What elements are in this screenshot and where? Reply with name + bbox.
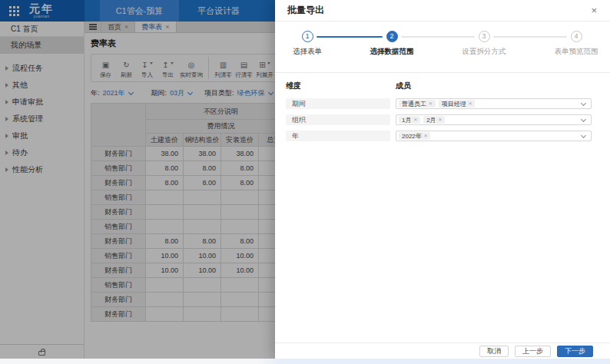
dimension-label: 期间: [286, 98, 390, 109]
member-tag-label: 普通员工: [402, 100, 426, 108]
remove-tag-icon[interactable]: [413, 117, 417, 123]
step-number: 1: [302, 31, 313, 42]
step-label: 选择数据范围: [353, 47, 430, 57]
chevron-down-icon: [581, 101, 586, 106]
member-tag-label: 2月: [426, 116, 436, 124]
step-label: 表单预览范围: [538, 47, 610, 57]
member-tag: 项目经理: [439, 100, 476, 108]
step-number: 2: [386, 31, 398, 42]
chevron-down-icon: [581, 117, 586, 122]
previous-step-button[interactable]: 上一步: [515, 346, 551, 357]
member-select[interactable]: 1月 2月: [396, 114, 592, 125]
screen: 元年 yuanian C1管会-预算 平台设计器 C1 首页 我的场景 流程任务…: [0, 0, 610, 364]
dimension-column-header: 维度: [286, 81, 390, 91]
drawer-footer: 取消 上一步 下一步: [275, 342, 610, 359]
next-step-button[interactable]: 下一步: [557, 346, 593, 357]
form-row-period: 期间 普通员工 项目经理: [286, 98, 610, 109]
close-icon[interactable]: [591, 5, 597, 15]
member-select[interactable]: 普通员工 项目经理: [396, 98, 592, 109]
form-column-headers: 维度 成员: [286, 81, 610, 91]
batch-export-drawer: 批量导出 1 选择表单 2 选择数据范围 3 设置拆分方式 4 表单预览范围: [275, 0, 610, 359]
dimension-label: 组织: [286, 114, 390, 125]
member-tag: 2022年: [399, 132, 430, 140]
remove-tag-icon[interactable]: [429, 101, 433, 107]
member-tag-label: 项目经理: [442, 100, 466, 108]
bottom-edge-strip: [0, 359, 610, 364]
member-select[interactable]: 2022年: [396, 131, 592, 141]
form-row-year: 年 2022年: [286, 131, 610, 141]
drawer-title: 批量导出: [287, 4, 324, 17]
wizard-stepper: 1 选择表单 2 选择数据范围 3 设置拆分方式 4 表单预览范围: [275, 22, 610, 73]
remove-tag-icon[interactable]: [469, 101, 472, 107]
drawer-header: 批量导出: [275, 0, 610, 22]
step-number: 4: [571, 31, 582, 42]
cancel-button[interactable]: 取消: [479, 346, 509, 357]
step-form-preview-range: 4 表单预览范围: [538, 31, 610, 57]
step-select-data-range: 2 选择数据范围: [353, 31, 430, 57]
member-tag-label: 2022年: [402, 132, 422, 141]
remove-tag-icon[interactable]: [424, 133, 428, 139]
step-select-form: 1 选择表单: [275, 31, 346, 57]
step-number: 3: [479, 31, 490, 42]
step-label: 选择表单: [275, 47, 346, 57]
step-split-method: 3 设置拆分方式: [446, 31, 522, 57]
member-column-header: 成员: [396, 81, 411, 91]
step-label: 设置拆分方式: [446, 47, 522, 57]
member-tag: 普通员工: [399, 100, 436, 108]
member-tag-label: 1月: [402, 116, 411, 124]
member-tag: 1月: [399, 116, 420, 124]
dimension-label: 年: [286, 131, 390, 141]
member-tag: 2月: [423, 116, 445, 124]
chevron-down-icon: [581, 133, 586, 138]
remove-tag-icon[interactable]: [439, 117, 443, 123]
form-row-organization: 组织 1月 2月: [286, 114, 610, 125]
dimension-member-form: 维度 成员 期间 普通员工 项目经理 组织: [275, 73, 610, 141]
